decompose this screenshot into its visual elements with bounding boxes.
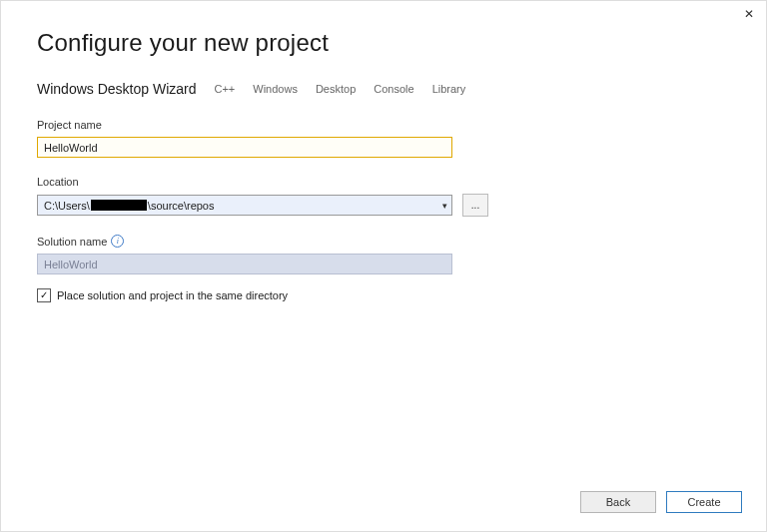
project-name-block: Project name xyxy=(37,119,730,158)
browse-button[interactable]: ... xyxy=(462,194,488,217)
dialog-window: ✕ Configure your new project Windows Des… xyxy=(0,0,767,532)
checkbox-icon[interactable]: ✓ xyxy=(37,288,51,302)
location-block: Location C:\Users\ \source\repos ▾ ... xyxy=(37,176,730,217)
location-combo[interactable]: C:\Users\ \source\repos ▾ xyxy=(37,195,452,216)
template-info-row: Windows Desktop Wizard C++ Windows Deskt… xyxy=(37,81,730,97)
template-name: Windows Desktop Wizard xyxy=(37,81,197,97)
solution-name-input: HelloWorld xyxy=(37,254,452,274)
create-button[interactable]: Create xyxy=(666,491,742,513)
dialog-content: Configure your new project Windows Deskt… xyxy=(1,1,766,302)
tag-library: Library xyxy=(432,83,466,95)
back-button[interactable]: Back xyxy=(580,491,656,513)
solution-name-label: Solution name xyxy=(37,236,107,248)
tag-cpp: C++ xyxy=(215,83,236,95)
same-directory-label: Place solution and project in the same d… xyxy=(57,289,288,301)
tag-console: Console xyxy=(374,83,413,95)
info-icon[interactable]: i xyxy=(111,235,124,248)
location-value-suffix: \source\repos xyxy=(148,200,215,212)
close-icon[interactable]: ✕ xyxy=(744,7,754,21)
project-name-input[interactable] xyxy=(37,137,452,158)
location-redacted xyxy=(91,200,147,211)
tag-windows: Windows xyxy=(253,83,298,95)
project-name-label: Project name xyxy=(37,119,730,131)
tag-desktop: Desktop xyxy=(316,83,356,95)
same-directory-row[interactable]: ✓ Place solution and project in the same… xyxy=(37,288,730,302)
dialog-footer: Back Create xyxy=(580,491,742,513)
location-label: Location xyxy=(37,176,730,188)
solution-name-block: Solution name i HelloWorld xyxy=(37,235,730,274)
location-value-prefix: C:\Users\ xyxy=(44,200,90,212)
page-title: Configure your new project xyxy=(37,29,730,57)
chevron-down-icon: ▾ xyxy=(442,201,447,211)
